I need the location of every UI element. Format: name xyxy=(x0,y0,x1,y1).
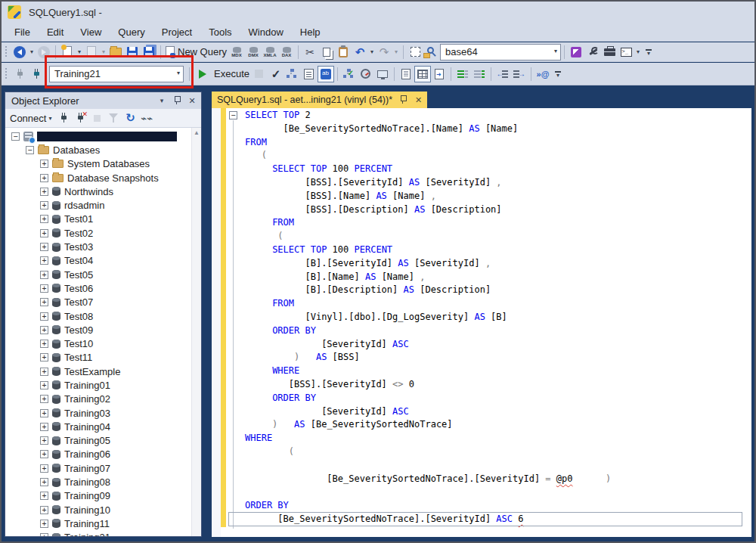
expand-icon[interactable]: + xyxy=(40,381,48,389)
tree-item-training01[interactable]: +Training01 xyxy=(5,378,191,392)
toolbar-grip[interactable] xyxy=(4,46,8,58)
code-editor-surface[interactable]: − SELECT TOP 2 [Be_SeveritySortedNoTrace… xyxy=(212,108,751,537)
find-button[interactable] xyxy=(423,44,440,61)
collapse-region-icon[interactable]: − xyxy=(229,111,237,119)
add-item-button[interactable] xyxy=(83,44,100,61)
expand-icon[interactable]: + xyxy=(40,506,48,514)
comment-out-button[interactable] xyxy=(454,66,471,82)
expand-icon[interactable]: + xyxy=(40,340,48,348)
query-options-button[interactable] xyxy=(301,66,318,82)
redo-caret[interactable]: ▾ xyxy=(392,48,400,55)
expand-icon[interactable]: + xyxy=(40,201,48,209)
expand-icon[interactable]: + xyxy=(40,478,48,486)
results-to-text-button[interactable] xyxy=(398,66,414,82)
menu-window[interactable]: Window xyxy=(240,24,292,40)
expand-icon[interactable]: + xyxy=(40,520,48,528)
add-item-caret[interactable]: ▾ xyxy=(100,48,107,55)
tree-item-test10[interactable]: +Test10 xyxy=(5,337,191,350)
oe-filter-button[interactable] xyxy=(105,110,122,126)
tab-pin-button[interactable] xyxy=(397,95,409,105)
tree-item-training09[interactable]: +Training09 xyxy=(5,489,191,503)
properties-button[interactable] xyxy=(584,44,601,61)
cancel-query-button[interactable] xyxy=(251,66,268,82)
tree-item-test08[interactable]: +Test08 xyxy=(5,309,191,323)
cut-button[interactable]: ✂ xyxy=(302,44,318,61)
find-combo[interactable]: base64 ▾ xyxy=(440,44,561,61)
pin-button[interactable] xyxy=(171,95,183,106)
toolbar-grip[interactable] xyxy=(4,68,8,80)
xmla-query-button[interactable]: XMLA xyxy=(262,44,278,61)
new-query-button[interactable]: New Query xyxy=(164,44,228,61)
tree-item-training11[interactable]: +Training11 xyxy=(5,517,191,530)
expand-icon[interactable]: + xyxy=(40,284,48,293)
menu-tools[interactable]: Tools xyxy=(200,24,240,40)
tree-item-test01[interactable]: +Test01 xyxy=(5,213,191,226)
command-window-caret[interactable]: ▾ xyxy=(634,48,642,55)
expand-icon[interactable]: + xyxy=(40,492,48,500)
tree-item-testexample[interactable]: +TestExample xyxy=(5,365,191,378)
tree-item-northwinds[interactable]: +Northwinds xyxy=(5,185,191,198)
tree-item-training08[interactable]: +Training08 xyxy=(5,475,191,489)
document-tab[interactable]: SQLQuery1.sql - aet...ining21 (vinyl (54… xyxy=(212,92,427,108)
mdx-query-button[interactable]: MDX xyxy=(228,44,245,61)
expand-icon[interactable]: + xyxy=(40,298,48,306)
tree-item-rdsadmin[interactable]: +rdsadmin xyxy=(5,198,191,212)
oe-disconnect-button[interactable]: ✕ xyxy=(72,110,88,126)
expand-icon[interactable]: + xyxy=(40,160,48,168)
tree-item-databases[interactable]: −Databases xyxy=(5,143,191,157)
window-menu-button[interactable]: ▾ xyxy=(156,97,168,104)
expand-icon[interactable]: + xyxy=(40,326,48,334)
tree-item-training10[interactable]: +Training10 xyxy=(5,503,191,517)
tree-item-test05[interactable]: +Test05 xyxy=(5,268,191,281)
expand-icon[interactable]: + xyxy=(40,353,48,361)
expand-icon[interactable]: + xyxy=(40,229,48,237)
tree-item-training05[interactable]: +Training05 xyxy=(5,434,191,448)
database-combo[interactable]: Training21 ▾ xyxy=(49,66,184,82)
new-file-button[interactable] xyxy=(59,44,76,61)
menu-file[interactable]: File xyxy=(6,24,39,40)
expand-icon[interactable]: + xyxy=(40,533,48,536)
toolbar-overflow-button[interactable]: ▾ xyxy=(643,49,654,55)
undo-button[interactable]: ↶ xyxy=(352,44,368,61)
navigate-back-button[interactable] xyxy=(11,44,28,61)
tree-item-training06[interactable]: +Training06 xyxy=(5,448,191,461)
expand-icon[interactable]: + xyxy=(40,188,48,196)
change-connection-button[interactable] xyxy=(28,66,45,82)
tree-item-test04[interactable]: +Test04 xyxy=(5,254,191,268)
sql-code[interactable]: SELECT TOP 2 [Be_SeveritySortedNoTrace].… xyxy=(245,109,750,526)
selection-box-button[interactable] xyxy=(407,44,423,61)
execute-button[interactable]: Execute xyxy=(195,66,251,82)
scroll-up-icon[interactable]: ▲ xyxy=(192,128,201,138)
redo-button[interactable]: ↷ xyxy=(376,44,392,61)
include-actual-plan-button[interactable] xyxy=(341,66,358,82)
expand-icon[interactable]: + xyxy=(40,395,48,403)
increase-indent-button[interactable] xyxy=(511,66,528,82)
navigate-forward-button[interactable] xyxy=(36,44,52,61)
tree-item-test09[interactable]: +Test09 xyxy=(5,323,191,337)
sqlcmd-mode-button[interactable]: »@ xyxy=(534,66,551,82)
chevron-down-icon[interactable]: ▾ xyxy=(177,70,180,76)
expand-icon[interactable]: + xyxy=(40,256,48,265)
tree-item-test11[interactable]: +Test11 xyxy=(5,351,191,365)
save-all-button[interactable] xyxy=(141,44,157,61)
expand-icon[interactable]: + xyxy=(40,312,48,321)
collapse-icon[interactable]: − xyxy=(11,132,20,141)
chevron-down-icon[interactable]: ▾ xyxy=(554,48,557,54)
undo-caret[interactable]: ▾ xyxy=(368,48,376,55)
parse-button[interactable]: ✓ xyxy=(268,66,284,82)
uncomment-button[interactable] xyxy=(471,66,488,82)
tree-item-test07[interactable]: +Test07 xyxy=(5,296,191,309)
open-file-button[interactable] xyxy=(107,44,124,61)
live-query-statistics-button[interactable] xyxy=(358,66,374,82)
tree-item-training21[interactable]: +Training21 xyxy=(5,531,191,536)
collapse-icon[interactable]: − xyxy=(26,146,34,154)
oe-refresh-button[interactable]: ↻ xyxy=(122,110,138,126)
oe-stop-button[interactable] xyxy=(88,110,105,126)
save-button[interactable] xyxy=(124,44,141,61)
tree-item-database-snapshots[interactable]: +Database Snapshots xyxy=(5,171,191,185)
results-to-grid-button[interactable] xyxy=(414,66,431,82)
menu-view[interactable]: View xyxy=(72,24,110,40)
expand-icon[interactable]: + xyxy=(40,436,48,445)
expand-icon[interactable]: + xyxy=(40,409,48,417)
display-estimated-plan-button[interactable] xyxy=(284,66,301,82)
